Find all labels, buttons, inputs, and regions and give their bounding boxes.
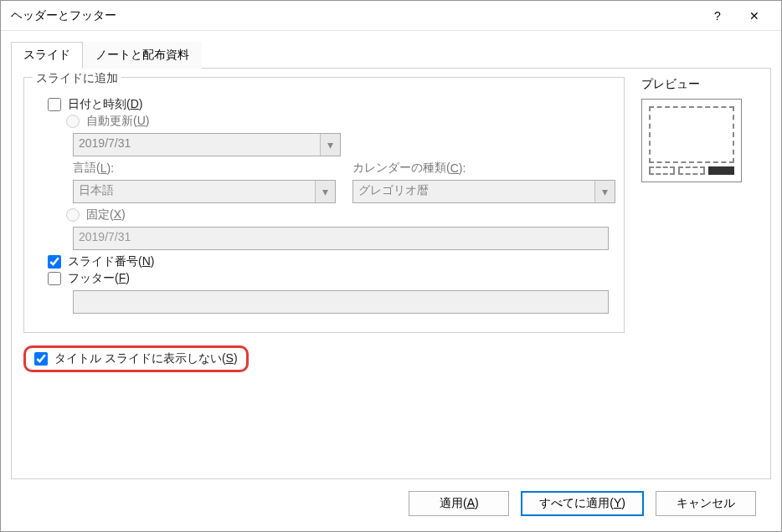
dont-show-on-title-checkbox[interactable] bbox=[34, 352, 48, 366]
auto-update-row: 自動更新(U) bbox=[33, 113, 615, 130]
apply-all-button-label: すべてに適用(Y) bbox=[539, 496, 625, 511]
datetime-label: 日付と時刻(D) bbox=[68, 97, 142, 112]
apply-all-button[interactable]: すべてに適用(Y) bbox=[521, 491, 644, 516]
preview-label: プレビュー bbox=[641, 77, 759, 92]
close-icon: ✕ bbox=[749, 9, 759, 23]
tab-content: スライドに追加 日付と時刻(D) 自動更新(U) 2019/7/31 ▾ bbox=[11, 69, 771, 479]
preview-thumbnail bbox=[641, 99, 742, 182]
datetime-checkbox[interactable] bbox=[48, 98, 61, 111]
calendar-dropdown-button[interactable]: ▾ bbox=[594, 181, 615, 202]
apply-button-label: 適用(A) bbox=[440, 496, 479, 511]
footer-text-field[interactable] bbox=[73, 290, 609, 314]
fixed-radio[interactable] bbox=[66, 208, 80, 222]
slidenum-row: スライド番号(N) bbox=[33, 253, 615, 270]
header-footer-dialog: ヘッダーとフッター ? ✕ スライド ノートと配布資料 スライドに追加 日付と時… bbox=[0, 0, 782, 532]
tab-notes-label: ノートと配布資料 bbox=[95, 48, 189, 61]
footer-input-wrap bbox=[33, 290, 615, 314]
preview-slot-footer bbox=[678, 166, 704, 175]
slide-number-label: スライド番号(N) bbox=[68, 254, 154, 269]
help-button[interactable]: ? bbox=[699, 4, 736, 28]
calendar-combo[interactable]: グレゴリオ暦 ▾ bbox=[352, 180, 615, 203]
tab-strip: スライド ノートと配布資料 bbox=[11, 41, 771, 69]
auto-date-combo[interactable]: 2019/7/31 ▾ bbox=[73, 133, 341, 156]
footer-label: フッター(F) bbox=[68, 271, 130, 286]
footer-row: フッター(F) bbox=[33, 270, 615, 287]
calendar-label: カレンダーの種類(C): bbox=[352, 160, 615, 176]
include-on-slide-group: スライドに追加 日付と時刻(D) 自動更新(U) 2019/7/31 ▾ bbox=[23, 77, 625, 333]
preview-footer-row bbox=[649, 166, 734, 175]
preview-area: プレビュー bbox=[641, 77, 759, 470]
form-area: スライドに追加 日付と時刻(D) 自動更新(U) 2019/7/31 ▾ bbox=[23, 77, 625, 470]
auto-date-value: 2019/7/31 bbox=[74, 134, 320, 156]
dialog-body: スライド ノートと配布資料 スライドに追加 日付と時刻(D) 自動更新(U) bbox=[1, 31, 781, 531]
fieldset-legend: スライドに追加 bbox=[33, 71, 121, 84]
cancel-button[interactable]: キャンセル bbox=[656, 491, 756, 516]
language-dropdown-button[interactable]: ▾ bbox=[315, 181, 335, 202]
question-icon: ? bbox=[714, 9, 721, 23]
fixed-input-wrap: 2019/7/31 bbox=[33, 227, 615, 250]
language-label: 言語(L): bbox=[73, 160, 336, 176]
no-title-slide-row: タイトル スライドに表示しない(S) bbox=[23, 345, 625, 373]
dialog-footer: 適用(A) すべてに適用(Y) キャンセル bbox=[11, 479, 771, 531]
tab-slide-label: スライド bbox=[23, 48, 70, 61]
slide-number-checkbox[interactable] bbox=[48, 255, 61, 269]
preview-slot-date bbox=[649, 166, 675, 175]
chevron-down-icon: ▾ bbox=[602, 185, 608, 198]
titlebar: ヘッダーとフッター ? ✕ bbox=[1, 1, 781, 31]
dialog-title: ヘッダーとフッター bbox=[9, 8, 699, 23]
chevron-down-icon: ▾ bbox=[322, 185, 328, 198]
close-button[interactable]: ✕ bbox=[736, 4, 773, 28]
auto-update-radio[interactable] bbox=[66, 115, 80, 128]
cancel-button-label: キャンセル bbox=[677, 496, 735, 511]
highlight-callout: タイトル スライドに表示しない(S) bbox=[23, 345, 249, 372]
preview-slot-slidenum bbox=[708, 166, 734, 175]
tab-notes-handouts[interactable]: ノートと配布資料 bbox=[83, 42, 202, 69]
fixed-row: 固定(X) bbox=[33, 207, 615, 223]
calendar-value: グレゴリオ暦 bbox=[353, 181, 594, 202]
footer-checkbox[interactable] bbox=[48, 272, 61, 285]
auto-date-dropdown-button[interactable]: ▾ bbox=[320, 134, 340, 156]
fixed-label: 固定(X) bbox=[86, 207, 126, 223]
chevron-down-icon: ▾ bbox=[327, 138, 333, 151]
preview-content bbox=[649, 106, 734, 163]
language-value: 日本語 bbox=[74, 181, 315, 202]
auto-date-combo-wrap: 2019/7/31 ▾ bbox=[33, 133, 615, 156]
lang-cal-row: 言語(L): 日本語 ▾ カレンダーの種類(C): グレゴリオ暦 ▾ bbox=[33, 160, 615, 207]
calendar-col: カレンダーの種類(C): グレゴリオ暦 ▾ bbox=[352, 160, 615, 207]
datetime-row: 日付と時刻(D) bbox=[33, 96, 615, 113]
language-combo[interactable]: 日本語 ▾ bbox=[73, 180, 336, 203]
tab-slide[interactable]: スライド bbox=[11, 42, 83, 69]
language-col: 言語(L): 日本語 ▾ bbox=[73, 160, 336, 207]
apply-button[interactable]: 適用(A) bbox=[409, 491, 509, 516]
fixed-date-field[interactable]: 2019/7/31 bbox=[73, 227, 609, 250]
auto-update-label: 自動更新(U) bbox=[86, 114, 149, 129]
dont-show-on-title-label: タイトル スライドに表示しない(S) bbox=[54, 351, 238, 366]
